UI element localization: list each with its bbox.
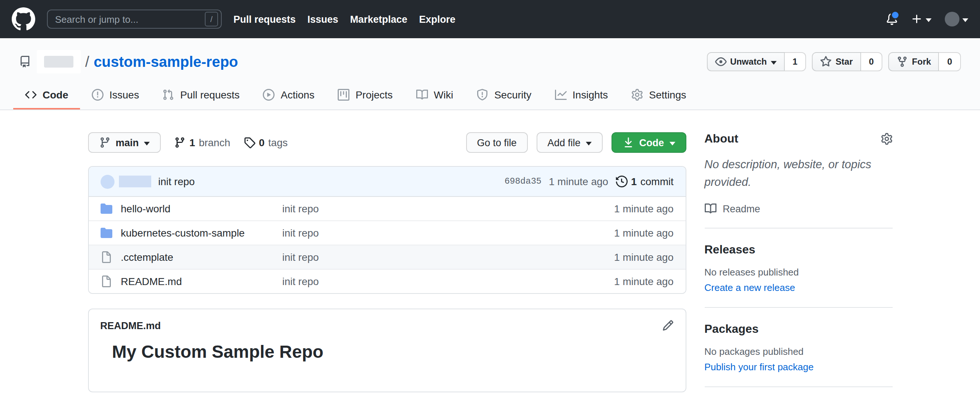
file-name-link[interactable]: hello-world — [121, 203, 274, 214]
repo-action-buttons: Unwatch 1 Star 0 Fork — [706, 52, 961, 71]
code-icon — [25, 89, 37, 101]
repo-title-row: / custom-sample-repo Unwatch 1 Star — [0, 50, 980, 73]
file-updated-time: 1 minute ago — [614, 203, 673, 214]
eye-icon — [714, 56, 726, 68]
file-icon — [100, 251, 112, 263]
tab-label: Pull requests — [180, 89, 240, 101]
caret-down-icon — [926, 18, 932, 22]
fork-icon — [897, 56, 908, 68]
branch-select-button[interactable]: main — [88, 132, 161, 153]
file-row: README.mdinit repo1 minute ago — [89, 269, 685, 293]
nav-link-marketplace[interactable]: Marketplace — [350, 14, 407, 25]
branches-link[interactable]: 1 branch — [174, 137, 230, 148]
watchers-count[interactable]: 1 — [784, 52, 806, 71]
file-commit-message-link[interactable]: init repo — [282, 203, 605, 214]
nav-link-explore[interactable]: Explore — [419, 14, 455, 25]
tab-pull-requests[interactable]: Pull requests — [151, 82, 251, 110]
readme-link[interactable]: Readme — [704, 203, 892, 214]
commit-time: 1 minute ago — [549, 176, 608, 187]
download-icon — [622, 137, 634, 148]
tab-code[interactable]: Code — [13, 82, 80, 110]
repo-owner-redacted[interactable] — [37, 50, 81, 73]
star-button[interactable]: Star — [812, 52, 861, 71]
tab-actions[interactable]: Actions — [251, 82, 326, 110]
plus-icon — [911, 13, 923, 25]
about-section: About No description, website, or topics… — [704, 132, 892, 228]
history-icon — [616, 176, 627, 187]
create-release-link[interactable]: Create a new release — [704, 282, 795, 293]
caret-down-icon — [963, 18, 968, 22]
file-row: hello-worldinit repo1 minute ago — [89, 197, 685, 220]
stars-count[interactable]: 0 — [861, 52, 882, 71]
file-row: kubernetes-custom-sampleinit repo1 minut… — [89, 220, 685, 245]
add-file-button[interactable]: Add file — [536, 132, 602, 153]
book-icon — [704, 203, 716, 214]
branch-toolbar: main 1 branch 0 tags — [88, 132, 686, 153]
file-commit-message-link[interactable]: init repo — [282, 251, 605, 263]
commit-hash-link[interactable]: 698da35 — [504, 176, 541, 187]
github-logo-icon[interactable] — [12, 7, 35, 31]
tab-label: Issues — [110, 89, 139, 101]
repo-tab-nav: CodeIssuesPull requestsActionsProjectsWi… — [0, 82, 980, 110]
unwatch-button[interactable]: Unwatch — [706, 52, 784, 71]
code-download-button[interactable]: Code — [611, 132, 686, 153]
releases-section: Releases No releases published Create a … — [704, 228, 892, 308]
sidebar: About No description, website, or topics… — [704, 132, 892, 392]
readme-content: My Custom Sample Repo — [89, 336, 685, 391]
tab-issues[interactable]: Issues — [80, 82, 151, 110]
commit-message-link[interactable]: init repo — [158, 176, 195, 187]
file-commit-message-link[interactable]: init repo — [282, 276, 605, 287]
breadcrumb-separator: / — [85, 53, 89, 70]
tags-link[interactable]: 0 tags — [243, 137, 288, 148]
main-container: main 1 branch 0 tags — [88, 110, 892, 392]
main-column: main 1 branch 0 tags — [88, 132, 686, 392]
readme-heading: My Custom Sample Repo — [112, 342, 662, 362]
go-to-file-button[interactable]: Go to file — [466, 132, 527, 153]
commit-history-link[interactable]: 1 commit — [616, 176, 673, 187]
git-branch-icon — [174, 137, 186, 148]
fork-button[interactable]: Fork — [889, 52, 939, 71]
tab-insights[interactable]: Insights — [543, 82, 620, 110]
github-repo-page: / Pull requestsIssuesMarketplaceExplore … — [0, 0, 980, 407]
commit-author-avatar[interactable] — [100, 174, 114, 188]
user-menu-button[interactable] — [945, 12, 968, 26]
gear-icon[interactable] — [881, 133, 892, 145]
tab-label: Settings — [649, 89, 686, 101]
commit-author-redacted[interactable] — [119, 176, 151, 187]
caret-down-icon — [144, 141, 150, 145]
nav-link-pull-requests[interactable]: Pull requests — [234, 14, 296, 25]
tab-wiki[interactable]: Wiki — [404, 82, 465, 110]
packages-empty-text: No packages published — [704, 346, 892, 357]
file-name-link[interactable]: kubernetes-custom-sample — [121, 227, 274, 239]
tab-security[interactable]: Security — [465, 82, 543, 110]
avatar — [945, 12, 959, 26]
forks-count[interactable]: 0 — [939, 52, 961, 71]
publish-package-link[interactable]: Publish your first package — [704, 361, 814, 372]
file-icon — [100, 276, 112, 287]
folder-icon — [100, 227, 112, 239]
releases-empty-text: No releases published — [704, 267, 892, 278]
fork-button-group: Fork 0 — [889, 52, 961, 71]
file-updated-time: 1 minute ago — [614, 276, 673, 287]
file-name-link[interactable]: README.md — [121, 276, 274, 287]
pencil-icon[interactable] — [662, 319, 673, 331]
tab-projects[interactable]: Projects — [326, 82, 404, 110]
global-search: / — [47, 10, 222, 29]
file-name-link[interactable]: .cctemplate — [121, 251, 274, 263]
nav-link-issues[interactable]: Issues — [307, 14, 339, 25]
issue-opened-icon — [92, 89, 103, 101]
caret-down-icon — [770, 61, 776, 64]
files-box: init repo 698da35 1 minute ago 1 commit … — [88, 166, 686, 294]
file-row: .cctemplateinit repo1 minute ago — [89, 245, 685, 269]
file-commit-message-link[interactable]: init repo — [282, 227, 605, 239]
create-new-button[interactable] — [911, 13, 932, 25]
search-input[interactable] — [47, 10, 222, 29]
notifications-button[interactable] — [886, 13, 898, 25]
tab-settings[interactable]: Settings — [620, 82, 698, 110]
git-branch-icon — [99, 137, 110, 148]
repo-name-link[interactable]: custom-sample-repo — [94, 53, 238, 70]
tab-label: Code — [43, 89, 68, 101]
star-icon — [820, 56, 832, 68]
tab-label: Insights — [573, 89, 608, 101]
shield-icon — [477, 89, 488, 101]
